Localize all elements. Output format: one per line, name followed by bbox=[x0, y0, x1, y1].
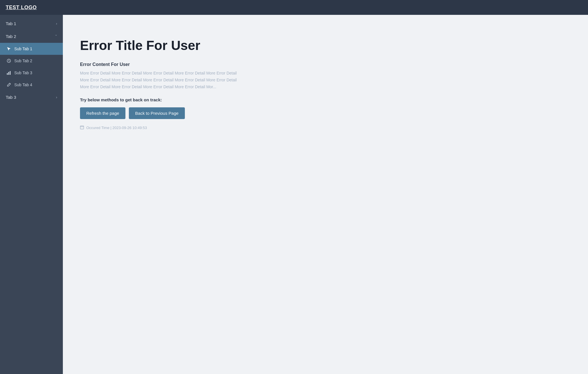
back-to-previous-button[interactable]: Back to Previous Page bbox=[129, 107, 185, 119]
chevron-right-icon: › bbox=[56, 21, 57, 26]
sidebar-item-tab3[interactable]: Tab 3 › bbox=[0, 91, 63, 104]
logo[interactable]: TEST LOGO bbox=[6, 5, 37, 11]
main-content: Error Title For User Error Content For U… bbox=[63, 15, 588, 374]
chevron-right-icon-tab3: › bbox=[56, 95, 57, 99]
sidebar-item-subtab3[interactable]: Sub Tab 3 bbox=[0, 67, 63, 79]
subtab4-label: Sub Tab 4 bbox=[14, 83, 32, 87]
action-buttons: Refresh the page Back to Previous Page bbox=[80, 107, 571, 119]
clock-icon bbox=[6, 58, 11, 63]
sidebar-item-subtab1[interactable]: Sub Tab 1 bbox=[0, 43, 63, 55]
cursor-icon bbox=[6, 46, 11, 51]
sidebar-item-subtab2[interactable]: Sub Tab 2 bbox=[0, 55, 63, 67]
svg-rect-2 bbox=[8, 72, 9, 75]
sidebar-item-subtab4[interactable]: Sub Tab 4 bbox=[0, 79, 63, 91]
sidebar-item-tab1[interactable]: Tab 1 › bbox=[0, 17, 63, 30]
tab3-label: Tab 3 bbox=[6, 95, 16, 100]
error-detail: More Error Detail More Error Detail More… bbox=[80, 70, 240, 90]
back-on-track-text: Try below methods to get back on track: bbox=[80, 97, 571, 102]
refresh-button[interactable]: Refresh the page bbox=[80, 107, 125, 119]
edit-icon bbox=[6, 82, 11, 87]
sidebar: Tab 1 › Tab 2 ˅ Sub Tab 1 bbox=[0, 15, 63, 374]
app-header: TEST LOGO bbox=[0, 0, 588, 15]
occurred-time-text: Occured Time | 2023-09-26 10:49:53 bbox=[86, 126, 147, 130]
sidebar-item-tab2[interactable]: Tab 2 ˅ bbox=[0, 30, 63, 43]
chart-icon bbox=[6, 70, 11, 75]
chevron-down-icon: ˅ bbox=[55, 34, 57, 39]
svg-rect-4 bbox=[80, 126, 84, 129]
subtab3-label: Sub Tab 3 bbox=[14, 71, 32, 75]
app-layout: Tab 1 › Tab 2 ˅ Sub Tab 1 bbox=[0, 15, 588, 374]
error-content-label: Error Content For User bbox=[80, 62, 571, 67]
subtab2-label: Sub Tab 2 bbox=[14, 59, 32, 63]
error-title: Error Title For User bbox=[80, 38, 571, 53]
tab2-label: Tab 2 bbox=[6, 34, 16, 39]
svg-rect-1 bbox=[7, 73, 8, 75]
subtab1-label: Sub Tab 1 bbox=[14, 47, 32, 51]
svg-rect-3 bbox=[10, 71, 11, 75]
tab1-label: Tab 1 bbox=[6, 21, 16, 26]
occurred-time-row: Occured Time | 2023-09-26 10:49:53 bbox=[80, 125, 571, 130]
calendar-icon bbox=[80, 125, 84, 130]
